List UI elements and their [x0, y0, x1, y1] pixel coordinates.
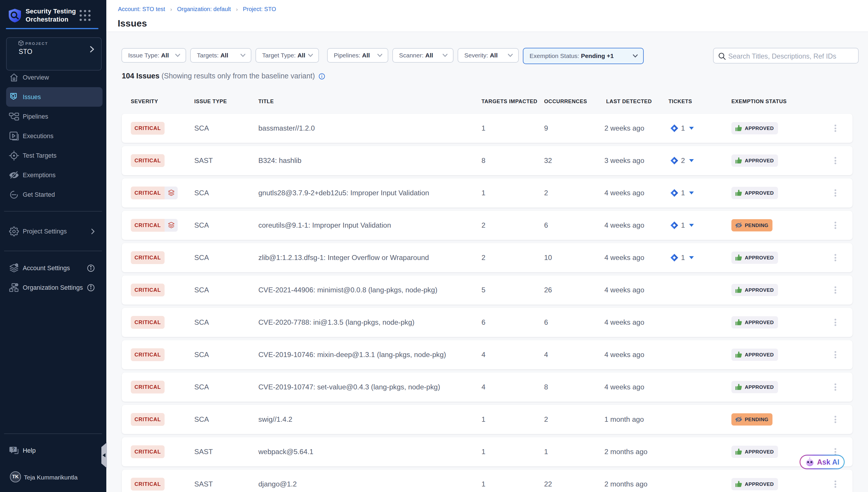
- svg-text:?: ?: [12, 447, 15, 452]
